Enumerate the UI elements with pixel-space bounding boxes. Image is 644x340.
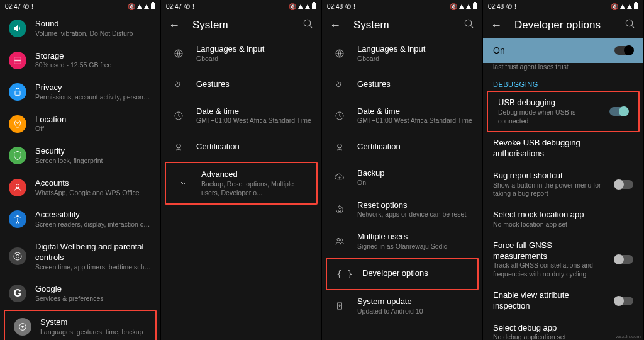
row-label: Multiple users [357, 232, 474, 242]
on-label: On [493, 45, 505, 55]
signal-icon [144, 4, 149, 9]
wifi-icon [137, 4, 142, 9]
row-location[interactable]: LocationOff [0, 108, 160, 140]
row-subtitle: WhatsApp, Google and WPS Office [35, 189, 152, 198]
row-usb-debugging[interactable]: USB debuggingDebug mode when USB is conn… [487, 91, 640, 132]
row-label: Languages & input [357, 44, 474, 55]
row-label: Enable view attribute inspection [493, 290, 606, 312]
row-label: Reset options [357, 200, 474, 211]
security-icon [9, 147, 26, 164]
row-developer-options[interactable]: { }Developer options [326, 258, 479, 290]
system-collapsed: 02:47✆! 🔇 ← System Languages & inputGboa… [161, 0, 322, 340]
search-button[interactable] [464, 18, 475, 32]
row-subtitle: Updated to Android 10 [357, 307, 474, 316]
row-subtitle: Off [35, 125, 152, 133]
row-subtitle: Track all GNSS constellations and freque… [493, 261, 606, 278]
row-label: Gestures [357, 79, 474, 90]
row-label: System [40, 317, 147, 328]
row-date-time[interactable]: Date & timeGMT+01:00 West Africa Standar… [161, 100, 321, 132]
master-toggle-row[interactable]: On [483, 38, 643, 63]
notif-icon: ! [192, 3, 194, 10]
row-security[interactable]: SecurityScreen lock, fingerprint [0, 140, 160, 172]
row-multiple-users[interactable]: Multiple usersSigned in as Olanrewaju So… [322, 225, 482, 258]
row-label: Sound [35, 19, 152, 30]
notif-icon: ! [514, 3, 516, 10]
row-label: Revoke USB debugging authorisations [493, 138, 633, 159]
row-gestures[interactable]: Gestures [161, 70, 321, 100]
battery-icon [312, 3, 316, 9]
mute-icon: 🔇 [611, 3, 618, 10]
svg-point-12 [304, 20, 311, 26]
row-label: Date & time [357, 106, 474, 117]
row-label: Location [35, 115, 152, 125]
row-reset-options[interactable]: Reset optionsNetwork, apps or device can… [322, 194, 482, 226]
row-subtitle: Debug mode when USB is connected [498, 108, 601, 125]
trust-text: last trust agent loses trust [483, 63, 643, 76]
toggle[interactable] [614, 180, 633, 189]
watermark: wsxdn.com [616, 334, 641, 339]
row-label: Accessibility [35, 210, 152, 220]
row-system[interactable]: SystemLanguages, gestures, time, backup [4, 310, 157, 340]
row-privacy[interactable]: PrivacyPermissions, account activity, pe… [0, 76, 160, 108]
users-icon [331, 232, 348, 250]
clock: 02:47 [5, 3, 21, 10]
google-icon: G [9, 285, 26, 302]
reset-icon [331, 201, 348, 218]
row-label: Google [35, 284, 152, 295]
system-icon [14, 318, 31, 336]
row-accounts[interactable]: AccountsWhatsApp, Google and WPS Office [0, 172, 160, 204]
row-label: Advanced [201, 169, 308, 180]
row-label: Security [35, 146, 152, 157]
row-advanced[interactable]: AdvancedBackup, Reset options, Multiple … [165, 162, 318, 205]
row-revoke-usb-debugging-authorisations[interactable]: Revoke USB debugging authorisations [483, 132, 643, 165]
row-enable-view-attribute-inspection[interactable]: Enable view attribute inspection [483, 285, 643, 317]
svg-point-23 [341, 239, 343, 241]
location-icon [9, 115, 26, 133]
svg-point-16 [177, 144, 181, 148]
row-digital-wellbeing-and-parental-controls[interactable]: Digital Wellbeing and parental controlsS… [0, 235, 160, 278]
status-bar: 02:47✆! 🔇 [0, 0, 160, 13]
search-button[interactable] [303, 18, 314, 32]
accessibility-icon [9, 210, 26, 228]
row-storage[interactable]: Storage80% used - 12.55 GB free [0, 45, 160, 77]
row-date-time[interactable]: Date & timeGMT+01:00 West Africa Standar… [322, 100, 482, 132]
row-force-full-gnss-measurements[interactable]: Force full GNSS measurementsTrack all GN… [483, 235, 643, 285]
row-subtitle: Volume, vibration, Do Not Disturb [35, 30, 152, 38]
search-button[interactable] [625, 18, 636, 32]
row-bug-report-shortcut[interactable]: Bug report shortcutShow a button in the … [483, 165, 643, 204]
master-toggle[interactable] [614, 46, 633, 55]
row-label: Backup [357, 168, 474, 179]
row-subtitle: On [357, 179, 474, 188]
toggle[interactable] [609, 107, 628, 116]
notif-icon: ! [353, 3, 355, 10]
row-system-update[interactable]: System updateUpdated to Android 10 [322, 290, 482, 322]
row-label: Force full GNSS measurements [493, 241, 606, 262]
row-label: Languages & input [196, 44, 313, 55]
row-languages-input[interactable]: Languages & inputGboard [161, 38, 321, 70]
back-button[interactable]: ← [169, 19, 180, 32]
row-label: Storage [35, 51, 152, 62]
row-label: Certification [196, 142, 313, 152]
wifi-icon [620, 4, 625, 9]
toggle[interactable] [614, 255, 633, 264]
row-select-mock-location-app[interactable]: Select mock location appNo mock location… [483, 204, 643, 235]
svg-rect-1 [14, 60, 21, 64]
back-button[interactable]: ← [491, 19, 502, 32]
row-label: Bug report shortcut [493, 171, 606, 181]
row-certification[interactable]: Certification [322, 132, 482, 162]
row-gestures[interactable]: Gestures [322, 70, 482, 100]
gestures-icon [331, 76, 348, 94]
storage-icon [9, 52, 26, 69]
row-subtitle: Network, apps or device can be reset [357, 210, 474, 219]
row-sound[interactable]: SoundVolume, vibration, Do Not Disturb [0, 13, 160, 45]
row-accessibility[interactable]: AccessibilityScreen readers, display, in… [0, 203, 160, 235]
clock: 02:48 [327, 3, 343, 10]
toggle[interactable] [614, 297, 633, 305]
svg-point-9 [22, 326, 24, 328]
row-google[interactable]: GGoogleServices & preferences [0, 278, 160, 310]
row-backup[interactable]: BackupOn [322, 162, 482, 194]
row-certification[interactable]: Certification [161, 132, 321, 162]
back-button[interactable]: ← [330, 19, 341, 32]
chevron-icon [175, 174, 192, 192]
row-languages-input[interactable]: Languages & inputGboard [322, 38, 482, 70]
